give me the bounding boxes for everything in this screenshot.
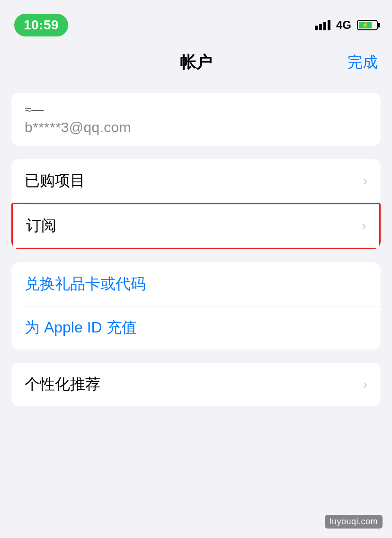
purchased-label: 已购项目 (25, 170, 85, 191)
purchased-subscription-card: 已购项目 › 订阅 › (11, 159, 381, 249)
account-email: b*****3@qq.com (25, 119, 367, 135)
signal-bar-1 (315, 26, 318, 30)
watermark: luyouqi.com (325, 515, 383, 529)
purchased-item[interactable]: 已购项目 › (11, 159, 381, 203)
action-card: 兑换礼品卡或代码 为 Apple ID 充值 (11, 262, 381, 350)
personalization-chevron-icon: › (363, 377, 367, 392)
done-button[interactable]: 完成 (347, 52, 378, 73)
signal-bar-4 (328, 20, 330, 30)
nav-title: 帐户 (180, 52, 213, 73)
battery-body: ⚡ (357, 20, 378, 30)
status-bar: 10:59 4G ⚡ (0, 0, 392, 42)
personalization-item[interactable]: 个性化推荐 › (11, 363, 381, 406)
network-label: 4G (336, 18, 351, 32)
add-funds-label: 为 Apple ID 充值 (25, 317, 137, 338)
redeem-label: 兑换礼品卡或代码 (25, 274, 146, 295)
status-time: 10:59 (14, 14, 68, 36)
personalization-card: 个性化推荐 › (11, 363, 381, 406)
status-right: 4G ⚡ (315, 18, 378, 32)
account-icon: ≈— (25, 103, 367, 116)
purchased-chevron-icon: › (363, 173, 367, 188)
battery-fill: ⚡ (359, 22, 372, 28)
subscription-chevron-icon: › (362, 218, 366, 233)
add-funds-item[interactable]: 为 Apple ID 充值 (11, 306, 381, 350)
nav-bar: 帐户 完成 (0, 42, 392, 83)
subscription-label: 订阅 (26, 215, 56, 236)
battery-icon: ⚡ (357, 20, 378, 30)
signal-bar-2 (319, 24, 322, 30)
signal-bars-icon (315, 20, 330, 30)
main-content: ≈— b*****3@qq.com 已购项目 › 订阅 › 兑换礼品卡或代码 为… (0, 83, 392, 416)
signal-bar-3 (323, 22, 326, 30)
subscription-item[interactable]: 订阅 › (11, 203, 381, 249)
account-card[interactable]: ≈— b*****3@qq.com (11, 93, 381, 146)
personalization-label: 个性化推荐 (25, 374, 100, 395)
battery-bolt-icon: ⚡ (362, 22, 369, 28)
redeem-item[interactable]: 兑换礼品卡或代码 (11, 262, 381, 306)
